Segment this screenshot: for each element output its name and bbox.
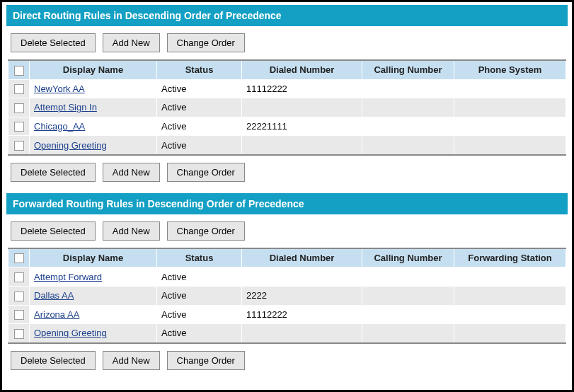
forwarded-bottom-buttons: Delete Selected Add New Change Order — [6, 344, 568, 377]
rule-dialed: 11112222 — [242, 305, 362, 324]
rule-calling — [362, 286, 454, 305]
rule-calling — [362, 324, 454, 343]
rule-calling — [362, 267, 454, 287]
rule-link[interactable]: Attempt Forward — [34, 272, 102, 282]
rule-status: Active — [157, 267, 242, 287]
rule-calling — [362, 305, 454, 324]
table-row: Chicago_AA Active 22221111 — [8, 117, 566, 136]
rule-last — [454, 98, 566, 117]
table-row: Opening Greeting Active — [8, 324, 566, 343]
rule-last — [454, 267, 566, 287]
delete-selected-button[interactable]: Delete Selected — [11, 163, 96, 182]
add-new-button[interactable]: Add New — [103, 33, 160, 52]
rule-last — [454, 136, 566, 155]
rule-link[interactable]: Dallas AA — [34, 290, 74, 301]
rule-dialed: 2222 — [242, 286, 362, 305]
forwarded-section-title: Forwarded Routing Rules in Descending Or… — [6, 193, 568, 214]
add-new-button[interactable]: Add New — [103, 351, 160, 370]
col-calling-number: Calling Number — [362, 60, 454, 79]
add-new-button[interactable]: Add New — [103, 163, 160, 182]
rule-calling — [362, 117, 454, 136]
rule-last — [454, 305, 566, 324]
direct-section-title: Direct Routing Rules in Descending Order… — [6, 5, 568, 26]
forwarded-top-buttons: Delete Selected Add New Change Order — [6, 214, 568, 248]
table-row: NewYork AA Active 11112222 — [8, 79, 566, 98]
row-checkbox[interactable] — [14, 292, 24, 301]
rule-calling — [362, 79, 454, 98]
rule-dialed — [242, 267, 362, 287]
row-checkbox[interactable] — [14, 329, 24, 339]
col-calling-number: Calling Number — [362, 248, 454, 267]
rule-link[interactable]: NewYork AA — [34, 83, 85, 94]
table-row: Opening Greeting Active — [8, 136, 566, 155]
table-row: Arizona AA Active 11112222 — [8, 305, 566, 324]
rule-status: Active — [157, 286, 242, 305]
rule-status: Active — [157, 136, 242, 155]
table-row: Attempt Forward Active — [8, 267, 566, 287]
rule-link[interactable]: Arizona AA — [34, 309, 79, 320]
add-new-button[interactable]: Add New — [103, 221, 160, 241]
col-display-name: Display Name — [30, 60, 157, 79]
change-order-button[interactable]: Change Order — [167, 351, 245, 370]
rule-last — [454, 117, 566, 136]
rule-dialed: 11112222 — [242, 79, 362, 98]
col-dialed-number: Dialed Number — [242, 248, 362, 267]
forwarded-rules-table: Display Name Status Dialed Number Callin… — [8, 248, 566, 344]
rule-dialed — [242, 98, 362, 117]
delete-selected-button[interactable]: Delete Selected — [11, 33, 96, 52]
rule-link[interactable]: Opening Greeting — [34, 328, 107, 338]
rule-link[interactable]: Attempt Sign In — [34, 102, 97, 113]
rule-calling — [362, 136, 454, 155]
rule-dialed — [242, 324, 362, 343]
change-order-button[interactable]: Change Order — [167, 221, 245, 241]
col-forwarding-station: Forwarding Station — [454, 248, 566, 267]
change-order-button[interactable]: Change Order — [167, 33, 245, 52]
col-dialed-number: Dialed Number — [242, 60, 362, 79]
rule-last — [454, 286, 566, 305]
row-checkbox[interactable] — [14, 122, 24, 132]
col-status: Status — [157, 60, 242, 79]
direct-routing-section: Direct Routing Rules in Descending Order… — [6, 5, 568, 189]
row-checkbox[interactable] — [14, 310, 24, 320]
change-order-button[interactable]: Change Order — [167, 163, 245, 182]
rule-dialed: 22221111 — [242, 117, 362, 136]
direct-rules-table: Display Name Status Dialed Number Callin… — [8, 59, 566, 156]
col-status: Status — [157, 248, 242, 267]
rule-dialed — [242, 136, 362, 155]
rule-link[interactable]: Chicago_AA — [34, 121, 85, 132]
forwarded-routing-section: Forwarded Routing Rules in Descending Or… — [6, 193, 568, 377]
table-row: Dallas AA Active 2222 — [8, 286, 566, 305]
table-row: Attempt Sign In Active — [8, 98, 566, 117]
row-checkbox[interactable] — [14, 103, 24, 113]
direct-top-buttons: Delete Selected Add New Change Order — [6, 26, 568, 59]
row-checkbox[interactable] — [14, 84, 24, 94]
rule-status: Active — [157, 305, 242, 324]
delete-selected-button[interactable]: Delete Selected — [11, 221, 96, 241]
rule-status: Active — [157, 324, 242, 343]
row-checkbox[interactable] — [14, 272, 24, 282]
rule-last — [454, 79, 566, 98]
rule-status: Active — [157, 117, 242, 136]
col-display-name: Display Name — [30, 248, 157, 267]
rule-link[interactable]: Opening Greeting — [34, 140, 107, 151]
rule-status: Active — [157, 79, 242, 98]
delete-selected-button[interactable]: Delete Selected — [11, 351, 96, 370]
select-all-checkbox[interactable] — [14, 253, 24, 263]
rule-last — [454, 324, 566, 343]
col-phone-system: Phone System — [454, 60, 566, 79]
direct-bottom-buttons: Delete Selected Add New Change Order — [6, 156, 568, 189]
rule-calling — [362, 98, 454, 117]
rule-status: Active — [157, 98, 242, 117]
row-checkbox[interactable] — [14, 141, 24, 151]
select-all-checkbox[interactable] — [14, 66, 24, 76]
